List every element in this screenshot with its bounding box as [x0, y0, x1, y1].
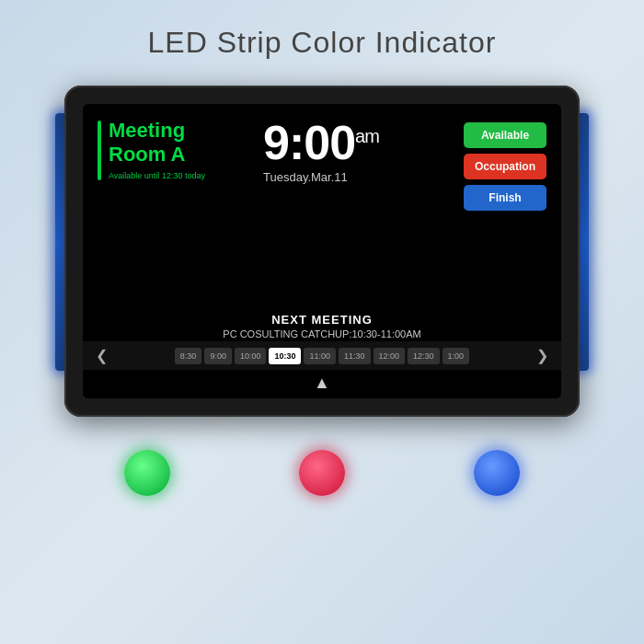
timeline: ❮ 8:30 9:00 10:00 10:30 11:00 11:30 12:0… — [83, 341, 561, 370]
timeline-next-arrow[interactable]: ❯ — [533, 347, 552, 364]
time-slot-1030[interactable]: 10:30 — [269, 348, 301, 364]
home-section: ▲ — [83, 370, 561, 398]
time-slot-100[interactable]: 1:00 — [443, 348, 470, 364]
color-indicators — [124, 450, 520, 496]
next-meeting-desc: PC COSULTING CATCHUP:10:30-11:00AM — [83, 328, 561, 339]
room-name: MeetingRoom A — [109, 119, 205, 167]
device-wrapper: MeetingRoom A Available until 12:30 toda… — [64, 86, 580, 417]
clock-ampm: am — [355, 126, 379, 146]
clock-date: Tuesday.Mar.11 — [263, 170, 348, 184]
timeline-prev-arrow[interactable]: ❮ — [92, 347, 111, 364]
device-body: MeetingRoom A Available until 12:30 toda… — [64, 86, 580, 417]
time-slot-1230[interactable]: 12:30 — [408, 348, 440, 364]
timeline-slots: 8:30 9:00 10:00 10:30 11:00 11:30 12:00 … — [115, 348, 529, 364]
available-until: Available until 12:30 today — [109, 171, 205, 180]
occupation-button[interactable]: Occupation — [464, 154, 546, 179]
time-slot-1200[interactable]: 12:00 — [374, 348, 406, 364]
time-slot-1130[interactable]: 11:30 — [339, 348, 371, 364]
green-indicator-dot — [124, 450, 170, 496]
screen-top: MeetingRoom A Available until 12:30 toda… — [83, 104, 561, 309]
clock-section: 9:00am Tuesday.Mar.11 — [254, 119, 454, 302]
next-meeting-label: NEXT MEETING — [83, 313, 561, 327]
room-name-bar: MeetingRoom A Available until 12:30 toda… — [98, 119, 245, 180]
clock-time-value: 9:00 — [263, 116, 355, 169]
home-button[interactable]: ▲ — [314, 374, 330, 393]
time-slot-1000[interactable]: 10:00 — [235, 348, 267, 364]
screen: MeetingRoom A Available until 12:30 toda… — [83, 104, 561, 398]
green-indicator-bar — [98, 121, 101, 180]
clock-time: 9:00am — [263, 119, 379, 167]
page-title: LED Strip Color Indicator — [148, 26, 497, 60]
red-indicator-dot — [299, 450, 345, 496]
time-slot-1100[interactable]: 11:00 — [304, 348, 336, 364]
finish-button[interactable]: Finish — [464, 185, 546, 211]
next-meeting-section: NEXT MEETING PC COSULTING CATCHUP:10:30-… — [83, 309, 561, 341]
available-button[interactable]: Available — [464, 122, 546, 148]
time-slot-830[interactable]: 8:30 — [175, 348, 202, 364]
room-info: MeetingRoom A Available until 12:30 toda… — [98, 119, 245, 302]
status-buttons: Available Occupation Finish — [464, 119, 546, 302]
blue-indicator-dot — [474, 450, 520, 496]
time-slot-900[interactable]: 9:00 — [204, 348, 232, 364]
